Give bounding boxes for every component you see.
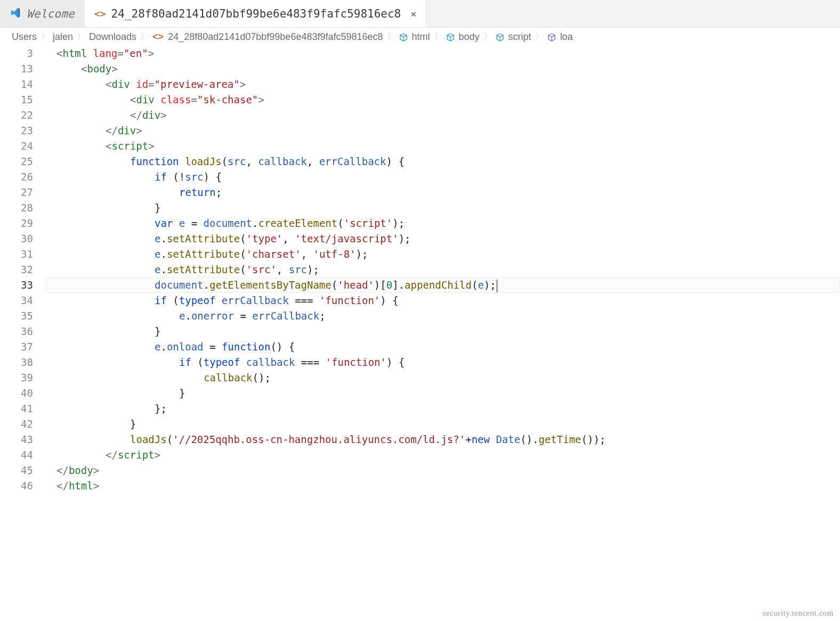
code-line[interactable]: <script>	[46, 138, 840, 154]
breadcrumb-symbol[interactable]: script	[508, 31, 531, 43]
tab-welcome[interactable]: Welcome	[0, 0, 85, 27]
code-line[interactable]: e.setAttribute('src', src);	[46, 262, 840, 277]
code-line-current[interactable]: document.getElementsByTagName('head')[0]…	[46, 277, 840, 293]
breadcrumb-item[interactable]: jalen	[53, 31, 73, 43]
breadcrumb-symbol[interactable]: loa	[560, 31, 573, 43]
line-number: 38	[0, 355, 33, 370]
code-line[interactable]: function loadJs(src, callback, errCallba…	[46, 154, 840, 169]
code-line[interactable]: </script>	[46, 447, 840, 463]
code-editor[interactable]: 3 13 14 15 22 23 24 25 26 27 28 29 30 31…	[0, 46, 840, 621]
line-number: 28	[0, 200, 33, 216]
breadcrumb-file[interactable]: 24_28f80ad2141d07bbf99be6e483f9fafc59816…	[168, 31, 383, 43]
html-file-icon: <>	[152, 31, 164, 43]
line-number: 37	[0, 339, 33, 355]
code-line[interactable]: </div>	[46, 123, 840, 138]
code-line[interactable]: e.setAttribute('type', 'text/javascript'…	[46, 231, 840, 247]
watermark: security.tencent.com	[763, 609, 834, 618]
line-number: 33	[0, 277, 33, 293]
code-line[interactable]: loadJs('//2025qqhb.oss-cn-hangzhou.aliyu…	[46, 432, 840, 447]
code-line[interactable]: e.setAttribute('charset', 'utf-8');	[46, 247, 840, 262]
breadcrumb-item[interactable]: Users	[12, 31, 37, 43]
code-content[interactable]: <html lang="en"> <body> <div id="preview…	[46, 46, 840, 621]
line-number: 45	[0, 463, 33, 478]
line-number: 15	[0, 92, 33, 108]
chevron-right-icon: 〉	[41, 32, 49, 42]
code-line[interactable]: if (typeof callback === 'function') {	[46, 355, 840, 370]
line-number: 3	[0, 46, 33, 61]
text-cursor	[497, 280, 497, 292]
tab-label: 24_28f80ad2141d07bbf99be6e483f9fafc59816…	[111, 7, 401, 20]
line-number: 41	[0, 401, 33, 416]
breadcrumb-symbol[interactable]: body	[459, 31, 480, 43]
symbol-icon	[399, 31, 408, 43]
line-number: 14	[0, 77, 33, 92]
chevron-right-icon: 〉	[387, 32, 395, 42]
line-number: 30	[0, 231, 33, 247]
code-line[interactable]: callback();	[46, 370, 840, 386]
line-number: 24	[0, 138, 33, 154]
code-line[interactable]: e.onerror = errCallback;	[46, 308, 840, 324]
code-line[interactable]: </div>	[46, 108, 840, 123]
line-number: 36	[0, 324, 33, 339]
code-line[interactable]: };	[46, 401, 840, 416]
symbol-icon	[446, 31, 455, 43]
line-number: 29	[0, 216, 33, 231]
html-file-icon: <>	[94, 8, 106, 19]
code-line[interactable]: <body>	[46, 61, 840, 77]
line-number: 13	[0, 61, 33, 77]
line-number: 43	[0, 432, 33, 447]
code-line[interactable]: }	[46, 386, 840, 401]
chevron-right-icon: 〉	[434, 32, 442, 42]
code-line[interactable]: }	[46, 416, 840, 432]
symbol-icon	[496, 31, 504, 43]
line-number: 40	[0, 386, 33, 401]
code-line[interactable]: var e = document.createElement('script')…	[46, 216, 840, 231]
breadcrumb-item[interactable]: Downloads	[89, 31, 136, 43]
breadcrumb-symbol[interactable]: html	[412, 31, 430, 43]
chevron-right-icon: 〉	[536, 32, 543, 42]
symbol-icon	[547, 31, 556, 43]
code-line[interactable]: return;	[46, 185, 840, 200]
tab-bar: Welcome <> 24_28f80ad2141d07bbf99be6e483…	[0, 0, 840, 28]
line-number: 34	[0, 293, 33, 308]
vscode-icon	[10, 7, 21, 21]
line-number-gutter: 3 13 14 15 22 23 24 25 26 27 28 29 30 31…	[0, 46, 46, 621]
line-number: 42	[0, 416, 33, 432]
line-number: 22	[0, 108, 33, 123]
line-number: 27	[0, 185, 33, 200]
tab-file[interactable]: <> 24_28f80ad2141d07bbf99be6e483f9fafc59…	[85, 0, 426, 27]
code-line[interactable]: if (!src) {	[46, 169, 840, 185]
line-number: 31	[0, 247, 33, 262]
code-line[interactable]: <div id="preview-area">	[46, 77, 840, 92]
line-number: 23	[0, 123, 33, 138]
line-number: 32	[0, 262, 33, 277]
code-line[interactable]: </body>	[46, 463, 840, 478]
line-number: 39	[0, 370, 33, 386]
code-line[interactable]: if (typeof errCallback === 'function') {	[46, 293, 840, 308]
chevron-right-icon: 〉	[77, 32, 85, 42]
code-line[interactable]: }	[46, 200, 840, 216]
code-line[interactable]: e.onload = function() {	[46, 339, 840, 355]
line-number: 44	[0, 447, 33, 463]
close-icon[interactable]: ✕	[410, 8, 416, 19]
line-number: 35	[0, 308, 33, 324]
code-line[interactable]: <html lang="en">	[46, 46, 840, 61]
tab-label: Welcome	[27, 7, 75, 20]
chevron-right-icon: 〉	[141, 32, 148, 42]
code-line[interactable]: }	[46, 324, 840, 339]
breadcrumb[interactable]: Users 〉 jalen 〉 Downloads 〉 <> 24_28f80a…	[0, 28, 840, 46]
code-line[interactable]: </html>	[46, 478, 840, 494]
code-line[interactable]: <div class="sk-chase">	[46, 92, 840, 108]
line-number: 25	[0, 154, 33, 169]
chevron-right-icon: 〉	[484, 32, 491, 42]
line-number: 46	[0, 478, 33, 494]
line-number: 26	[0, 169, 33, 185]
